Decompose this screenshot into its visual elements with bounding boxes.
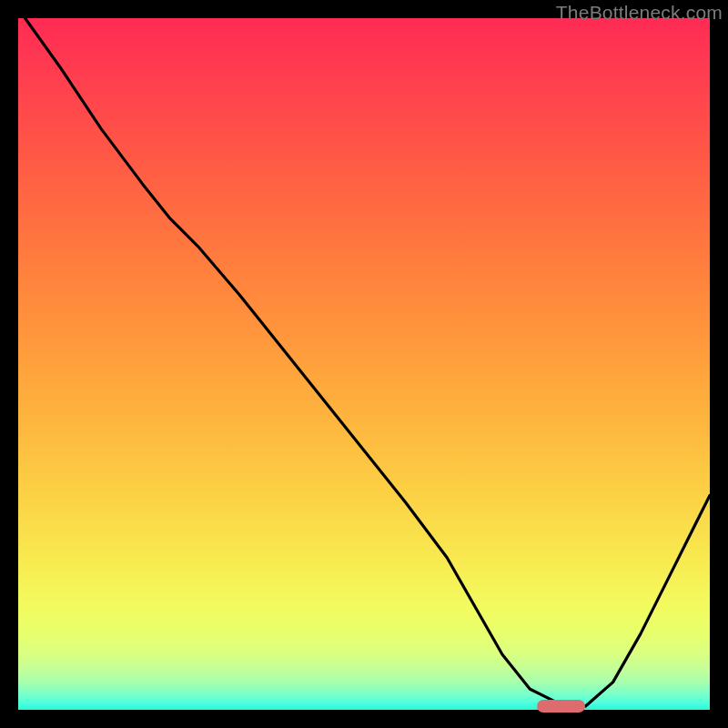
bottleneck-curve [25,18,710,706]
optimal-range-marker [537,700,585,713]
chart-frame: TheBottleneck.com [0,0,728,728]
curve-layer [18,18,710,710]
watermark-text: TheBottleneck.com [556,2,723,24]
